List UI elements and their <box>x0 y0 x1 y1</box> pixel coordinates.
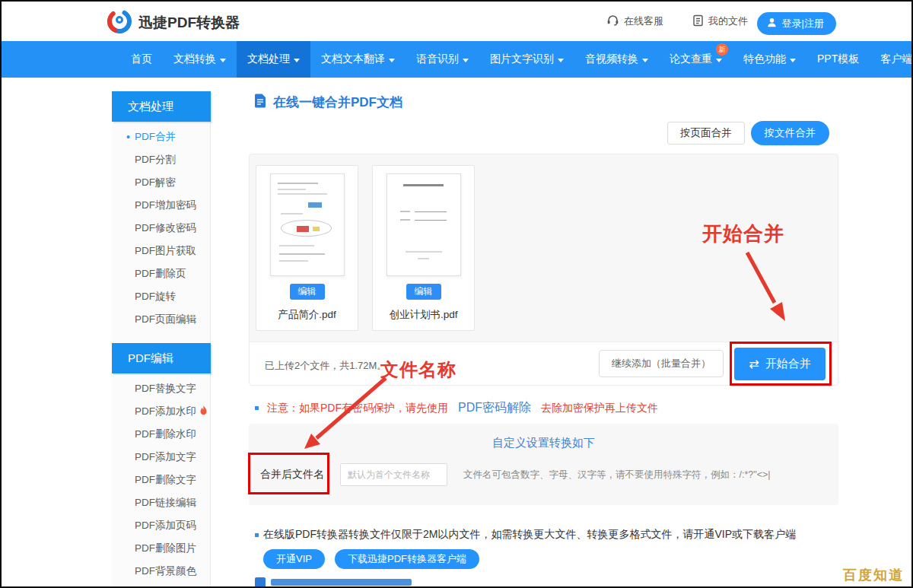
sidebar-item-pdf-background-color[interactable]: •PDF背景颜色 <box>112 560 211 583</box>
nav-item-doc-convert[interactable]: 文档转换 <box>163 41 237 78</box>
online-service-label: 在线客服 <box>624 14 663 28</box>
bullet-icon <box>255 533 259 537</box>
password-note: 注意：如果PDF有密码保护，请先使用 PDF密码解除 去除加密保护再上传文件 <box>255 400 658 416</box>
nav-item-client[interactable]: 客户端 <box>870 41 913 78</box>
main-nav: 首页 文档转换 文档处理 文档文本翻译 语音识别 图片文字识别 音视频转换 论文… <box>2 41 911 78</box>
note-prefix: 注意：如果PDF有密码保护，请先使用 <box>267 402 448 415</box>
fire-icon <box>199 405 208 418</box>
sidebar-item-pdf-add-page-numbers[interactable]: •PDF添加页码 <box>112 514 211 537</box>
login-register-label: 登录|注册 <box>782 17 824 30</box>
online-service-link[interactable]: 在线客服 <box>606 14 663 29</box>
merge-by-page-button[interactable]: 按页面合并 <box>667 122 745 145</box>
sidebar-item-pdf-add-password[interactable]: •PDF增加密码 <box>112 194 211 217</box>
brand-logo[interactable]: 迅捷PDF转换器 <box>107 8 240 37</box>
nav-item-doc-process[interactable]: 文档处理 <box>237 41 310 78</box>
open-vip-button[interactable]: 开通VIP <box>263 549 325 569</box>
page-title-text: 在线一键合并PDF文档 <box>273 94 402 111</box>
chevron-down-icon <box>294 59 300 62</box>
sidebar-item-pdf-delete-pages[interactable]: •PDF删除页 <box>112 262 211 285</box>
filename-hint: 文件名可包含数字、字母、汉字等，请不要使用特殊字符，例如：/:*?"<>| <box>463 469 771 482</box>
edit-badge-1[interactable]: 编辑 <box>290 284 325 300</box>
sidebar-item-pdf-rotate[interactable]: •PDF旋转 <box>112 285 211 308</box>
my-files-link[interactable]: 我的文件 <box>692 14 748 29</box>
sidebar-item-pdf-replace-text[interactable]: •PDF替换文字 <box>112 377 211 400</box>
chevron-down-icon <box>220 59 226 62</box>
file-name-1: 产品简介.pdf <box>278 308 336 322</box>
highlight-box-start-merge <box>730 342 832 386</box>
annotation-file-name: 文件名称 <box>380 358 456 382</box>
chevron-down-icon <box>790 59 796 62</box>
file-card-2[interactable]: 编辑 创业计划书.pdf <box>372 165 475 331</box>
upload-status-text: 已上传2个文件，共1.72M。 <box>265 359 387 373</box>
sidebar-section-pdf-edit: PDF编辑 <box>112 343 211 373</box>
nav-item-ppt-templates[interactable]: PPT模板 <box>806 41 870 78</box>
new-badge: 新 <box>716 43 728 56</box>
sidebar-item-pdf-decrypt[interactable]: •PDF解密 <box>112 171 211 194</box>
highlight-box-filename-label <box>248 453 329 494</box>
watermark: 百度知道 <box>843 566 904 584</box>
pdf-converter-page: 迅捷PDF转换器 在线客服 <box>0 0 913 588</box>
custom-settings-section: 自定义设置转换如下 合并后文件名 文件名可包含数字、字母、汉字等，请不要使用特殊… <box>249 424 838 505</box>
sidebar-item-pdf-merge[interactable]: •PDF合并 <box>112 126 211 148</box>
nav-item-speech-recognition[interactable]: 语音识别 <box>406 41 479 78</box>
top-header: 迅捷PDF转换器 在线客服 <box>2 2 911 41</box>
active-bullet: • <box>126 131 135 143</box>
pdf-thumbnail-2 <box>387 173 461 276</box>
pdf-thumbnail-1 <box>270 173 345 276</box>
section-icon <box>255 577 266 588</box>
sidebar-item-pdf-delete-images[interactable]: •PDF删除图片 <box>112 537 211 560</box>
my-files-label: 我的文件 <box>708 14 748 28</box>
user-icon <box>766 17 778 30</box>
partially-visible-section-header <box>255 577 412 588</box>
sidebar-item-pdf-extract-images[interactable]: •PDF图片获取 <box>112 240 211 262</box>
sidebar-item-pdf-change-password[interactable]: •PDF修改密码 <box>112 217 211 240</box>
vip-limit-text: 在线版PDF转换器转换文件仅限于2M以内文件，如需转换更大文件、转换更多格式文件… <box>263 528 796 542</box>
brand-name: 迅捷PDF转换器 <box>138 13 240 33</box>
page-title: 在线一键合并PDF文档 <box>254 94 402 111</box>
clipped-title-bar <box>271 579 412 586</box>
sidebar-item-pdf-add-watermark[interactable]: •PDF添加水印 <box>112 400 211 423</box>
continue-add-button[interactable]: 继续添加（批量合并） <box>599 350 724 377</box>
nav-item-special-features[interactable]: 特色功能 <box>733 41 806 78</box>
sidebar: 文档处理 •PDF合并 •PDF分割 •PDF解密 •PDF增加密码 •PDF修… <box>112 91 211 586</box>
sidebar-list-pdf-edit: •PDF替换文字 •PDF添加水印 •PDF删除水印 •PDF添加文字 •PDF… <box>112 373 211 587</box>
note-suffix: 去除加密保护再上传文件 <box>541 402 658 415</box>
sidebar-list-doc-process: •PDF合并 •PDF分割 •PDF解密 •PDF增加密码 •PDF修改密码 •… <box>112 122 211 335</box>
chevron-down-icon <box>389 59 395 62</box>
chevron-down-icon <box>716 59 722 62</box>
merged-filename-input[interactable] <box>340 463 447 486</box>
login-register-button[interactable]: 登录|注册 <box>757 12 836 35</box>
sidebar-section-doc-process: 文档处理 <box>112 91 211 122</box>
sidebar-item-pdf-remove-watermark[interactable]: •PDF删除水印 <box>112 423 211 446</box>
file-name-2: 创业计划书.pdf <box>389 308 457 322</box>
nav-item-paper-check[interactable]: 论文查重新 <box>659 41 733 78</box>
chevron-down-icon <box>463 59 469 62</box>
settings-title: 自定义设置转换如下 <box>249 436 838 450</box>
vip-section: 在线版PDF转换器转换文件仅限于2M以内文件，如需转换更大文件、转换更多格式文件… <box>255 528 796 569</box>
bullet-icon <box>255 406 259 410</box>
nav-item-home[interactable]: 首页 <box>120 41 163 78</box>
sidebar-item-pdf-delete-text[interactable]: •PDF删除文字 <box>112 469 211 491</box>
annotation-start-merge: 开始合并 <box>702 221 784 247</box>
document-icon <box>692 14 704 29</box>
edit-badge-2[interactable]: 编辑 <box>406 284 441 300</box>
headset-icon <box>606 14 619 29</box>
file-card-1[interactable]: 编辑 产品简介.pdf <box>256 165 358 331</box>
merge-by-file-button[interactable]: 按文件合并 <box>751 121 830 145</box>
brand-logo-icon <box>107 8 132 37</box>
chevron-down-icon <box>642 59 648 62</box>
sidebar-item-pdf-add-text[interactable]: •PDF添加文字 <box>112 446 211 469</box>
sidebar-item-pdf-page-edit[interactable]: •PDF页面编辑 <box>112 308 211 331</box>
page-title-icon <box>254 94 266 111</box>
nav-item-av-convert[interactable]: 音视频转换 <box>574 41 659 78</box>
sidebar-item-pdf-split[interactable]: •PDF分割 <box>112 148 211 171</box>
chevron-down-icon <box>558 59 564 62</box>
download-client-button[interactable]: 下载迅捷PDF转换器客户端 <box>335 549 479 569</box>
pdf-password-remove-link[interactable]: PDF密码解除 <box>458 400 531 416</box>
nav-item-ocr[interactable]: 图片文字识别 <box>479 41 574 78</box>
sidebar-item-pdf-link-edit[interactable]: •PDF链接编辑 <box>112 491 211 514</box>
nav-item-doc-translate[interactable]: 文档文本翻译 <box>310 41 406 78</box>
